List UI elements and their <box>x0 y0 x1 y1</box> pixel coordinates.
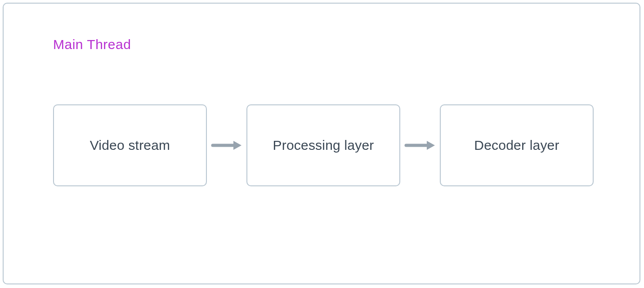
node-video-stream: Video stream <box>53 104 207 186</box>
svg-marker-1 <box>233 141 242 150</box>
arrow-icon <box>207 140 246 151</box>
main-thread-container: Main Thread Video stream Processing laye… <box>3 3 640 284</box>
node-decoder-layer: Decoder layer <box>440 104 594 186</box>
node-processing-layer: Processing layer <box>246 104 400 186</box>
arrow-icon <box>400 140 440 151</box>
node-label: Video stream <box>90 138 170 153</box>
node-label: Decoder layer <box>474 138 559 153</box>
diagram-title: Main Thread <box>53 37 131 52</box>
svg-marker-3 <box>427 141 435 150</box>
flow-row: Video stream Processing layer Decoder la… <box>53 104 594 186</box>
node-label: Processing layer <box>273 138 374 153</box>
